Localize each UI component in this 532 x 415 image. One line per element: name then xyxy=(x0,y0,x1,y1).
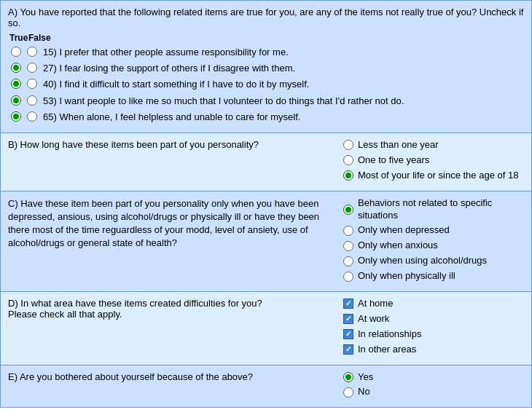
radio-button[interactable] xyxy=(27,47,37,57)
checkbox-option[interactable]: In other areas xyxy=(343,344,524,356)
radio-option[interactable]: Yes xyxy=(343,371,524,384)
radio-button[interactable] xyxy=(343,387,353,398)
option-label: In relationships xyxy=(358,328,421,341)
radio-button[interactable] xyxy=(343,170,353,181)
table-row: 53) I want people to like me so much tha… xyxy=(8,95,524,108)
radio-button[interactable] xyxy=(11,47,21,57)
radio-button[interactable] xyxy=(343,256,353,266)
table-row: 27) I fear losing the support of others … xyxy=(8,62,524,75)
option-label: Only when using alcohol/drugs xyxy=(358,255,487,267)
radio-button[interactable] xyxy=(27,111,37,122)
radio-button[interactable] xyxy=(343,155,353,165)
checkbox-option[interactable]: At work xyxy=(343,313,524,325)
option-label: Less than one year xyxy=(358,139,439,151)
option-label: Behaviors not related to specific situat… xyxy=(358,197,524,222)
false-radio[interactable] xyxy=(24,111,40,122)
question-text: 40) I find it difficult to start somethi… xyxy=(40,78,524,91)
question-list: 15) I prefer that other people assume re… xyxy=(8,46,524,124)
section-a: A) You have reported that the following … xyxy=(1,1,531,133)
option-label: One to five years xyxy=(358,154,429,167)
radio-option[interactable]: Less than one year xyxy=(343,139,524,151)
radio-button[interactable] xyxy=(11,95,21,106)
false-radio[interactable] xyxy=(24,95,40,106)
table-row: 65) When alone, I feel helpless and unab… xyxy=(8,111,524,124)
false-radio[interactable] xyxy=(24,62,40,73)
section-d-options: At homeAt workIn relationshipsIn other a… xyxy=(343,298,524,359)
true-radio[interactable] xyxy=(8,62,24,73)
checkbox-button[interactable] xyxy=(343,344,353,355)
assessment-form: A) You have reported that the following … xyxy=(0,0,532,408)
radio-button[interactable] xyxy=(11,111,21,122)
radio-button[interactable] xyxy=(343,226,353,236)
option-label: In other areas xyxy=(358,344,416,356)
false-radio[interactable] xyxy=(24,78,40,89)
checkbox-button[interactable] xyxy=(343,299,353,309)
radio-option[interactable]: Only when anxious xyxy=(343,240,524,252)
section-a-title: A) You have reported that the following … xyxy=(8,7,524,28)
section-e: E) Are you bothered about yourself becau… xyxy=(1,365,531,408)
radio-button[interactable] xyxy=(11,63,21,73)
checkbox-option[interactable]: In relationships xyxy=(343,328,524,341)
radio-button[interactable] xyxy=(27,79,37,89)
option-label: Yes xyxy=(358,371,373,384)
question-text: 65) When alone, I feel helpless and unab… xyxy=(40,111,524,124)
radio-option[interactable]: Only when physically ill xyxy=(343,270,524,282)
question-text: 15) I prefer that other people assume re… xyxy=(40,46,524,59)
radio-button[interactable] xyxy=(27,63,37,73)
option-label: No xyxy=(358,386,370,398)
checkbox-button[interactable] xyxy=(343,314,353,324)
option-label: Most of your life or since the age of 18 xyxy=(358,170,518,182)
table-row: 15) I prefer that other people assume re… xyxy=(8,46,524,59)
radio-button[interactable] xyxy=(343,372,353,382)
option-label: Only when anxious xyxy=(358,240,438,252)
section-c: C) Have these item been part of you pers… xyxy=(1,191,531,292)
false-radio[interactable] xyxy=(24,46,40,57)
radio-option[interactable]: Behaviors not related to specific situat… xyxy=(343,197,524,222)
table-row: 40) I find it difficult to start somethi… xyxy=(8,78,524,91)
header-true: True xyxy=(9,33,26,43)
radio-button[interactable] xyxy=(11,79,21,89)
true-radio[interactable] xyxy=(8,95,24,106)
true-radio[interactable] xyxy=(8,111,24,122)
radio-option[interactable]: Only when using alcohol/drugs xyxy=(343,255,524,267)
radio-button[interactable] xyxy=(343,205,353,215)
option-label: At work xyxy=(358,313,389,325)
checkbox-option[interactable]: At home xyxy=(343,298,524,310)
true-radio[interactable] xyxy=(8,46,24,57)
radio-button[interactable] xyxy=(27,95,37,106)
header-false: False xyxy=(28,33,44,43)
section-d-title: D) In what area have these items created… xyxy=(8,298,343,359)
radio-button[interactable] xyxy=(343,272,353,282)
section-b-options: Less than one yearOne to five yearsMost … xyxy=(343,139,524,185)
option-label: Only when depressed xyxy=(358,224,450,237)
radio-option[interactable]: Most of your life or since the age of 18 xyxy=(343,170,524,182)
true-false-header: True False xyxy=(8,33,524,43)
question-text: 27) I fear losing the support of others … xyxy=(40,62,524,75)
section-e-title: E) Are you bothered about yourself becau… xyxy=(8,371,343,402)
radio-button[interactable] xyxy=(343,241,353,251)
section-b: B) How long have these items been part o… xyxy=(1,133,531,191)
option-label: Only when physically ill xyxy=(358,270,455,282)
section-c-options: Behaviors not related to specific situat… xyxy=(343,197,524,285)
section-c-title: C) Have these item been part of you pers… xyxy=(8,197,343,285)
true-radio[interactable] xyxy=(8,78,24,89)
section-b-title: B) How long have these items been part o… xyxy=(8,139,343,185)
radio-option[interactable]: One to five years xyxy=(343,154,524,167)
section-e-options: YesNo xyxy=(343,371,524,402)
radio-option[interactable]: No xyxy=(343,386,524,398)
checkbox-button[interactable] xyxy=(343,329,353,339)
option-label: At home xyxy=(358,298,393,310)
radio-button[interactable] xyxy=(343,140,353,150)
question-text: 53) I want people to like me so much tha… xyxy=(40,95,524,108)
radio-option[interactable]: Only when depressed xyxy=(343,224,524,237)
section-d: D) In what area have these items created… xyxy=(1,292,531,365)
